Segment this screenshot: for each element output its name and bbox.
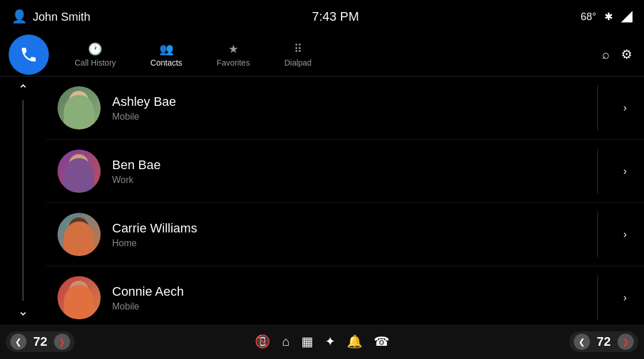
contact-chevron-ben-bae: › (623, 165, 627, 177)
bluetooth-icon: ✱ (604, 10, 613, 23)
scroll-up-button[interactable]: ⌃ (18, 82, 28, 97)
contact-name-carrie-williams: Carrie Williams (112, 221, 606, 236)
contact-info-ashley-bae: Ashley Bae Mobile (112, 94, 606, 122)
fan-icon[interactable]: ✦ (325, 334, 335, 349)
scroll-down-button[interactable]: ⌄ (18, 304, 28, 319)
contact-info-ben-bae: Ben Bae Work (112, 158, 606, 185)
phone-icon (20, 45, 38, 64)
contact-name-ben-bae: Ben Bae (112, 158, 606, 173)
status-right: 68° ✱ (581, 10, 632, 23)
notification-icon[interactable]: 🔔 (347, 334, 362, 349)
mute-call-icon[interactable]: 📵 (255, 334, 270, 349)
temperature: 68° (581, 11, 596, 23)
contact-item-connie-aech[interactable]: Connie Aech Mobile › (46, 266, 644, 324)
call-history-icon: 🕐 (88, 42, 102, 56)
favorites-icon: ★ (228, 42, 239, 56)
contact-type-ashley-bae: Mobile (112, 112, 606, 122)
tab-dialpad[interactable]: ⠿ Dialpad (267, 37, 328, 72)
favorites-label: Favorites (217, 58, 250, 67)
user-icon: 👤 (12, 9, 27, 24)
contact-chevron-ashley-bae: › (623, 102, 627, 114)
contact-divider-carrie-williams (597, 212, 598, 257)
contacts-icon: 👥 (159, 42, 174, 56)
signal-icon (621, 11, 632, 22)
contact-info-carrie-williams: Carrie Williams Home (112, 221, 606, 249)
taskbar: ❮ 72 ❯ 📵 ⌂ ▦ ✦ 🔔 ☎ ❮ 72 ❯ (0, 324, 644, 359)
contact-divider-ashley-bae (597, 85, 598, 131)
settings-icon[interactable]: ⚙ (621, 47, 632, 62)
contact-name-ashley-bae: Ashley Bae (112, 94, 606, 109)
status-left: 👤 John Smith (12, 9, 90, 24)
contact-item-ben-bae[interactable]: Ben Bae Work › (46, 140, 644, 203)
contact-chevron-carrie-williams: › (623, 228, 627, 240)
contact-item-carrie-williams[interactable]: Carrie Williams Home › (46, 203, 644, 266)
contact-type-connie-aech: Mobile (112, 301, 606, 312)
taskbar-right: ❮ 72 ❯ (569, 331, 638, 352)
user-name: John Smith (33, 10, 90, 24)
contact-name-connie-aech: Connie Aech (112, 284, 606, 299)
contact-type-carrie-williams: Home (112, 238, 606, 249)
phone-button[interactable] (9, 35, 49, 75)
contact-chevron-connie-aech: › (623, 292, 627, 304)
svg-marker-0 (621, 11, 632, 22)
phone-mute-icon[interactable]: ☎ (374, 334, 389, 349)
nav-bar: 🕐 Call History 👥 Contacts ★ Favorites ⠿ … (0, 33, 644, 77)
contact-type-ben-bae: Work (112, 175, 606, 185)
status-bar: 👤 John Smith 7:43 PM 68° ✱ (0, 0, 644, 33)
right-temp-increase-button[interactable]: ❯ (618, 334, 634, 350)
tab-contacts[interactable]: 👥 Contacts (133, 37, 200, 72)
taskbar-left: ❮ 72 ❯ (6, 331, 75, 352)
contact-item-ashley-bae[interactable]: Ashley Bae Mobile › (46, 77, 644, 140)
dialpad-label: Dialpad (284, 58, 311, 67)
left-temp-decrease-button[interactable]: ❮ (10, 334, 26, 350)
call-history-label: Call History (75, 58, 116, 67)
taskbar-center: 📵 ⌂ ▦ ✦ 🔔 ☎ (255, 334, 389, 349)
left-temp-value: 72 (30, 334, 51, 349)
contact-avatar-ben-bae (57, 150, 101, 193)
tab-call-history[interactable]: 🕐 Call History (57, 37, 133, 72)
contact-avatar-carrie-williams (57, 213, 101, 256)
contacts-list: Ashley Bae Mobile › Ben Bae Work › (46, 77, 644, 324)
status-time: 7:43 PM (312, 9, 359, 24)
right-temp-decrease-button[interactable]: ❮ (574, 334, 590, 350)
contacts-label: Contacts (151, 58, 182, 67)
grid-icon[interactable]: ▦ (301, 334, 313, 349)
contact-divider-ben-bae (597, 148, 598, 194)
left-temp-control: ❮ 72 ❯ (6, 331, 75, 352)
search-icon[interactable]: ⌕ (602, 47, 610, 62)
contact-info-connie-aech: Connie Aech Mobile (112, 284, 606, 312)
contact-avatar-connie-aech (57, 276, 101, 319)
main-content: ⌃ ⌄ Ashley Bae Mobile › (0, 77, 644, 324)
nav-actions: ⌕ ⚙ (602, 47, 632, 62)
contact-divider-connie-aech (597, 275, 598, 320)
dialpad-icon: ⠿ (294, 42, 302, 56)
right-temp-value: 72 (593, 334, 614, 349)
left-scroll-controls: ⌃ ⌄ (0, 77, 46, 324)
right-temp-control: ❮ 72 ❯ (569, 331, 638, 352)
contact-avatar-ashley-bae (57, 86, 101, 129)
nav-tabs: 🕐 Call History 👥 Contacts ★ Favorites ⠿ … (57, 37, 602, 72)
home-icon[interactable]: ⌂ (282, 334, 289, 349)
left-temp-increase-button[interactable]: ❯ (54, 334, 70, 350)
scroll-track (22, 100, 24, 301)
tab-favorites[interactable]: ★ Favorites (200, 37, 267, 72)
